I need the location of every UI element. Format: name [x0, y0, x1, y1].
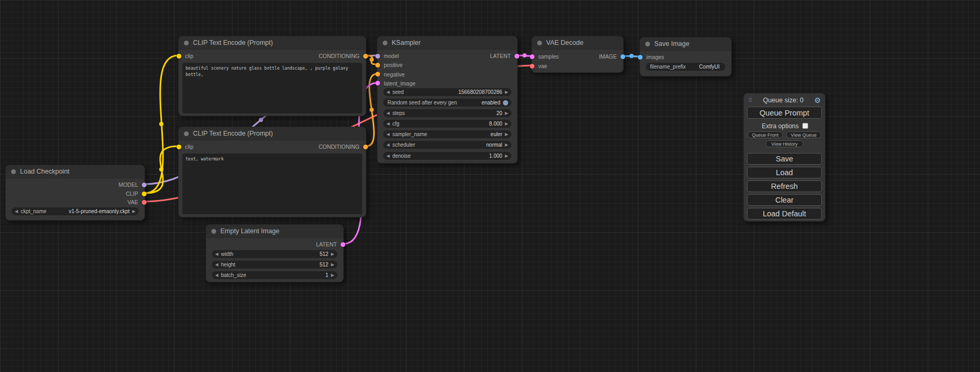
- output-dot-vae[interactable]: [142, 200, 147, 205]
- node-header[interactable]: KSampler: [377, 36, 517, 50]
- increment-arrow-icon[interactable]: ▶: [331, 250, 334, 258]
- output-dot-model[interactable]: [142, 183, 147, 187]
- node-vae-decode[interactable]: VAE Decode samples vae IMAGE: [531, 36, 624, 73]
- drag-handle-icon[interactable]: ⠿: [748, 97, 752, 104]
- output-label-latent: LATENT: [316, 241, 337, 248]
- toggle-icon[interactable]: [503, 100, 508, 106]
- widget-steps[interactable]: ◀ steps 20 ▶: [383, 109, 511, 117]
- input-label-model: model: [384, 52, 399, 60]
- widget-value: v1-5-pruned-emaonly.ckpt: [69, 208, 129, 214]
- clear-button[interactable]: Clear: [747, 194, 822, 206]
- queue-prompt-button[interactable]: Queue Prompt: [747, 107, 822, 119]
- decrement-arrow-icon[interactable]: ◀: [215, 250, 218, 258]
- node-clip-text-encode-negative[interactable]: CLIP Text Encode (Prompt) clip CONDITION…: [178, 127, 366, 217]
- output-dot-latent[interactable]: [341, 242, 345, 247]
- prompt-textarea[interactable]: text, watermark: [182, 154, 362, 214]
- decrement-arrow-icon[interactable]: ◀: [386, 120, 390, 128]
- widget-height[interactable]: ◀ height 512 ▶: [212, 261, 337, 269]
- input-dot-samples[interactable]: [530, 54, 535, 59]
- node-collapse-dot-icon[interactable]: [11, 169, 16, 174]
- node-header[interactable]: VAE Decode: [532, 36, 623, 50]
- node-collapse-dot-icon[interactable]: [184, 41, 189, 45]
- queue-menu-panel[interactable]: ⠿ Queue size: 0 ⚙ Queue Prompt Extra opt…: [743, 93, 826, 222]
- decrement-arrow-icon[interactable]: ◀: [386, 88, 390, 96]
- decrement-arrow-icon[interactable]: ◀: [386, 130, 390, 138]
- node-empty-latent-image[interactable]: Empty Latent Image LATENT ◀ width 512 ▶ …: [206, 224, 344, 282]
- widget-sampler-name[interactable]: ◀ sampler_name euler ▶: [383, 130, 511, 138]
- input-dot-clip[interactable]: [177, 145, 181, 149]
- widget-random-seed-toggle[interactable]: Random seed after every gen enabled: [383, 99, 511, 107]
- widget-value: enabled: [481, 100, 500, 106]
- load-default-button[interactable]: Load Default: [747, 208, 822, 220]
- node-collapse-dot-icon[interactable]: [211, 229, 216, 234]
- node-collapse-dot-icon[interactable]: [537, 41, 542, 45]
- node-canvas[interactable]: Load Checkpoint MODEL CLIP VAE ◀ ckpt_na…: [0, 0, 980, 372]
- widget-batch-size[interactable]: ◀ batch_size 1 ▶: [212, 271, 337, 279]
- node-clip-text-encode-positive[interactable]: CLIP Text Encode (Prompt) clip CONDITION…: [178, 36, 366, 116]
- panel-header: ⠿ Queue size: 0 ⚙: [744, 93, 825, 104]
- node-header[interactable]: CLIP Text Encode (Prompt): [179, 127, 366, 140]
- node-ksampler[interactable]: KSampler model positive negative latent_…: [377, 36, 518, 164]
- decrement-arrow-icon[interactable]: ◀: [386, 109, 390, 117]
- input-dot-vae[interactable]: [530, 64, 535, 69]
- refresh-button[interactable]: Refresh: [747, 180, 822, 192]
- increment-arrow-icon[interactable]: ▶: [505, 109, 508, 117]
- input-dot-negative[interactable]: [375, 72, 380, 77]
- widget-filename-prefix[interactable]: filename_prefix ComfyUI: [646, 63, 725, 71]
- prompt-textarea[interactable]: beautiful scenery nature glass bottle la…: [182, 63, 362, 113]
- increment-arrow-icon[interactable]: ▶: [505, 88, 508, 96]
- increment-arrow-icon[interactable]: ▶: [505, 130, 508, 138]
- view-queue-button[interactable]: View Queue: [786, 131, 821, 138]
- decrement-arrow-icon[interactable]: ◀: [215, 261, 218, 269]
- output-dot-image[interactable]: [620, 54, 625, 59]
- widget-scheduler[interactable]: ◀ scheduler normal ▶: [383, 141, 511, 149]
- decrement-arrow-icon[interactable]: ◀: [215, 271, 218, 279]
- widget-seed[interactable]: ◀ seed 156680208700286 ▶: [383, 88, 511, 96]
- node-save-image[interactable]: Save Image images filename_prefix ComfyU…: [639, 37, 732, 77]
- node-collapse-dot-icon[interactable]: [383, 41, 387, 45]
- input-dot-images[interactable]: [638, 55, 643, 60]
- increment-arrow-icon[interactable]: ▶: [505, 141, 508, 149]
- increment-arrow-icon[interactable]: ▶: [505, 120, 508, 128]
- output-label-conditioning: CONDITIONING: [318, 52, 360, 60]
- input-dot-clip[interactable]: [177, 54, 181, 59]
- output-dot-clip[interactable]: [142, 192, 147, 196]
- decrement-arrow-icon[interactable]: ◀: [386, 141, 390, 149]
- output-dot-conditioning[interactable]: [363, 145, 368, 149]
- decrement-arrow-icon[interactable]: ◀: [386, 152, 390, 160]
- node-title: VAE Decode: [546, 39, 584, 46]
- input-dot-positive[interactable]: [375, 63, 380, 68]
- decrement-arrow-icon[interactable]: ◀: [15, 207, 18, 215]
- settings-gear-icon[interactable]: ⚙: [814, 96, 821, 104]
- node-header[interactable]: Load Checkpoint: [6, 165, 144, 178]
- output-dot-latent[interactable]: [515, 54, 519, 59]
- input-dot-latent-image[interactable]: [375, 81, 380, 85]
- queue-front-button[interactable]: Queue Front: [748, 131, 783, 138]
- output-dot-conditioning[interactable]: [363, 54, 368, 59]
- node-collapse-dot-icon[interactable]: [645, 42, 650, 46]
- widget-denoise[interactable]: ◀ denoise 1.000 ▶: [383, 152, 511, 160]
- input-dot-model[interactable]: [375, 54, 380, 59]
- output-label-clip: CLIP: [126, 190, 138, 197]
- increment-arrow-icon[interactable]: ▶: [331, 271, 334, 279]
- increment-arrow-icon[interactable]: ▶: [505, 152, 508, 160]
- widget-width[interactable]: ◀ width 512 ▶: [212, 250, 337, 258]
- node-collapse-dot-icon[interactable]: [184, 131, 189, 136]
- widget-value: 512: [319, 262, 328, 268]
- widget-cfg[interactable]: ◀ cfg 8.000 ▶: [383, 120, 511, 128]
- widget-value: 512: [319, 251, 328, 257]
- increment-arrow-icon[interactable]: ▶: [331, 261, 334, 269]
- node-header[interactable]: Save Image: [640, 37, 731, 51]
- view-history-button[interactable]: View History: [765, 140, 803, 147]
- node-load-checkpoint[interactable]: Load Checkpoint MODEL CLIP VAE ◀ ckpt_na…: [5, 165, 145, 221]
- widget-value: 1: [325, 272, 328, 278]
- widget-ckpt-name[interactable]: ◀ ckpt_name v1-5-pruned-emaonly.ckpt ▶: [12, 207, 139, 215]
- increment-arrow-icon[interactable]: ▶: [132, 207, 135, 215]
- node-header[interactable]: CLIP Text Encode (Prompt): [179, 36, 366, 50]
- save-button[interactable]: Save: [747, 153, 822, 165]
- node-title: Save Image: [654, 40, 690, 47]
- node-header[interactable]: Empty Latent Image: [206, 225, 343, 238]
- widget-value: ComfyUI: [699, 64, 720, 70]
- extra-options-checkbox[interactable]: [802, 123, 808, 129]
- load-button[interactable]: Load: [747, 167, 822, 178]
